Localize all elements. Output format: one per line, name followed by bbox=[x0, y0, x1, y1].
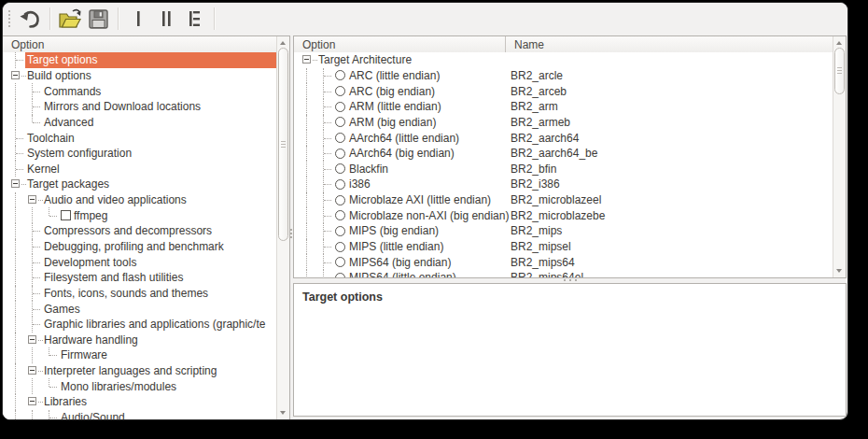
radio-icon[interactable] bbox=[335, 273, 345, 277]
tree-item[interactable]: System configuration bbox=[3, 146, 277, 162]
tree-guide-line bbox=[10, 286, 27, 302]
tree-item[interactable]: Debugging, profiling and benchmark bbox=[3, 239, 277, 255]
radio-icon[interactable] bbox=[335, 242, 345, 252]
tree-item[interactable]: Filesystem and flash utilities bbox=[3, 270, 277, 286]
collapse-expander-icon[interactable] bbox=[28, 195, 36, 204]
right-scrollbar-thumb[interactable] bbox=[834, 48, 845, 94]
radio-icon[interactable] bbox=[335, 86, 345, 96]
right-vertical-scrollbar[interactable] bbox=[833, 36, 846, 277]
radio-icon[interactable] bbox=[335, 257, 345, 267]
radio-icon[interactable] bbox=[335, 133, 345, 143]
collapse-expander-icon[interactable] bbox=[302, 55, 311, 64]
back-button[interactable] bbox=[16, 6, 44, 32]
tree-item[interactable]: MIPS64 (little endian)BR2_mips64el bbox=[294, 270, 833, 277]
tree-item[interactable]: ARC (little endian)BR2_arcle bbox=[294, 68, 833, 84]
tree-guide-line bbox=[301, 68, 318, 84]
tree-item[interactable]: Build options bbox=[3, 68, 277, 84]
toolbar-separator bbox=[49, 7, 50, 30]
tree-item[interactable]: MIPS (little endian)BR2_mipsel bbox=[294, 239, 833, 255]
scroll-down-icon[interactable] bbox=[280, 411, 286, 415]
tree-item[interactable]: ARM (little endian)BR2_arm bbox=[294, 99, 833, 115]
tree-item[interactable]: Advanced bbox=[3, 115, 277, 131]
tree-item[interactable]: AArch64 (little endian)BR2_aarch64 bbox=[294, 130, 833, 146]
split-view-button[interactable] bbox=[152, 6, 180, 32]
radio-icon[interactable] bbox=[335, 117, 345, 127]
tree-item[interactable]: ARM (big endian)BR2_armeb bbox=[294, 115, 833, 131]
tree-branch-icon bbox=[27, 223, 44, 239]
tree-branch-icon bbox=[10, 52, 27, 68]
tree-item-label: Debugging, profiling and benchmark bbox=[44, 240, 224, 253]
tree-item[interactable]: Target options bbox=[3, 52, 277, 68]
tree-item[interactable]: MIPS64 (big endian)BR2_mips64 bbox=[294, 254, 833, 270]
tree-item[interactable]: Hardware handling bbox=[3, 333, 277, 348]
tree-item[interactable]: Audio and video applications bbox=[3, 192, 277, 208]
tree-item[interactable]: Mono libraries/modules bbox=[3, 378, 277, 394]
tree-item-label: Advanced bbox=[44, 116, 93, 129]
column-header-option[interactable]: Option bbox=[294, 36, 506, 52]
column-header-name[interactable]: Name bbox=[506, 36, 544, 52]
radio-icon[interactable] bbox=[335, 195, 345, 205]
tree-item[interactable]: Interpreter languages and scripting bbox=[3, 363, 277, 379]
tree-guide-line bbox=[10, 347, 27, 363]
tree-item[interactable]: Development tools bbox=[3, 254, 277, 270]
tree-item[interactable]: Compressors and decompressors bbox=[3, 223, 277, 239]
collapse-expander-icon[interactable] bbox=[28, 366, 36, 375]
column-header-option[interactable]: Option bbox=[3, 36, 44, 52]
tree-item[interactable]: Microblaze non-AXI (big endian)BR2_micro… bbox=[294, 207, 833, 223]
scroll-up-icon[interactable] bbox=[280, 41, 286, 45]
radio-icon[interactable] bbox=[335, 210, 345, 220]
config-tree: Target optionsBuild optionsCommandsMirro… bbox=[3, 52, 277, 419]
tree-item[interactable]: Commands bbox=[3, 83, 277, 99]
tree-item[interactable]: Fonts, icons, sounds and themes bbox=[3, 286, 277, 302]
tree-item-label: System configuration bbox=[27, 147, 132, 160]
tree-item[interactable]: Toolchain bbox=[3, 130, 277, 146]
tree-item[interactable]: Microblaze AXI (little endian)BR2_microb… bbox=[294, 192, 833, 208]
tree-item-symbol-name: BR2_mips64 bbox=[511, 256, 575, 269]
radio-icon[interactable] bbox=[335, 163, 345, 174]
tree-guide-line bbox=[10, 333, 27, 348]
single-view-button[interactable] bbox=[124, 6, 152, 32]
tree-item[interactable]: Graphic libraries and applications (grap… bbox=[3, 317, 277, 333]
tree-item[interactable]: Target packages bbox=[3, 177, 277, 192]
left-scrollbar-thumb[interactable] bbox=[278, 48, 288, 241]
tree-branch-icon bbox=[27, 239, 44, 255]
tree-item[interactable]: AArch64 (big endian)BR2_aarch64_be bbox=[294, 146, 833, 162]
full-view-button[interactable] bbox=[180, 6, 208, 32]
checkbox-icon[interactable] bbox=[61, 210, 71, 220]
tree-item-symbol-name: BR2_armeb bbox=[511, 116, 570, 129]
collapse-expander-icon[interactable] bbox=[11, 71, 20, 79]
tree-item[interactable]: BlackfinBR2_bfin bbox=[294, 161, 833, 177]
full-view-icon bbox=[184, 8, 204, 29]
radio-icon[interactable] bbox=[335, 102, 345, 112]
tree-item[interactable]: Target Architecture bbox=[294, 52, 833, 68]
radio-icon[interactable] bbox=[335, 70, 345, 80]
tree-item[interactable]: Mirrors and Download locations bbox=[3, 99, 277, 115]
tree-guide-line bbox=[10, 394, 27, 410]
tree-item[interactable]: Games bbox=[3, 301, 277, 317]
tree-item-label: MIPS64 (big endian) bbox=[349, 256, 451, 269]
scroll-up-icon[interactable] bbox=[836, 41, 842, 45]
tree-item[interactable]: Audio/Sound bbox=[3, 410, 277, 419]
collapse-expander-icon[interactable] bbox=[28, 335, 36, 344]
tree-item-label: AArch64 (big endian) bbox=[349, 147, 455, 160]
toolbar-drag-handle[interactable] bbox=[8, 10, 10, 27]
collapse-expander-icon[interactable] bbox=[11, 179, 20, 188]
tree-item[interactable]: Firmware bbox=[3, 347, 277, 363]
tree-branch-icon bbox=[27, 286, 44, 302]
tree-item-label: Audio/Sound bbox=[61, 411, 125, 419]
tree-item[interactable]: Kernel bbox=[3, 161, 277, 177]
tree-item[interactable]: ARC (big endian)BR2_arceb bbox=[294, 83, 833, 99]
tree-item[interactable]: MIPS (big endian)BR2_mips bbox=[294, 223, 833, 239]
radio-icon[interactable] bbox=[335, 226, 345, 236]
radio-icon[interactable] bbox=[335, 149, 345, 159]
scroll-down-icon[interactable] bbox=[836, 269, 842, 273]
radio-icon[interactable] bbox=[335, 179, 345, 190]
left-vertical-scrollbar[interactable] bbox=[276, 36, 289, 419]
collapse-expander-icon[interactable] bbox=[28, 397, 36, 405]
tree-item[interactable]: i386BR2_i386 bbox=[294, 177, 833, 192]
tree-item[interactable]: ffmpeg bbox=[3, 207, 277, 223]
tree-item[interactable]: Libraries bbox=[3, 394, 277, 410]
load-button[interactable] bbox=[56, 6, 84, 32]
tree-branch-icon bbox=[27, 83, 44, 99]
save-button[interactable] bbox=[84, 6, 112, 32]
